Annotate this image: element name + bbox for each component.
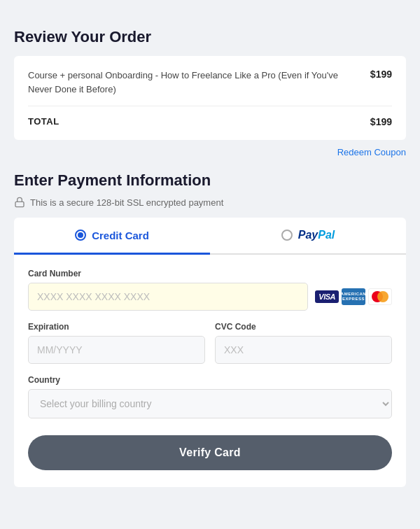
order-item-name: Course + personal Onboarding - How to Fr…: [28, 69, 370, 96]
paypal-radio: [281, 230, 293, 241]
card-number-label: Card Number: [28, 269, 392, 278]
order-total-row: TOTAL $199: [28, 116, 392, 127]
secure-row: This is a secure 128-bit SSL encrypted p…: [14, 197, 406, 208]
order-box: Course + personal Onboarding - How to Fr…: [14, 56, 406, 140]
order-section-title: Review Your Order: [14, 28, 406, 46]
order-item-row: Course + personal Onboarding - How to Fr…: [28, 69, 392, 96]
order-total-label: TOTAL: [28, 116, 59, 127]
country-label: Country: [28, 375, 392, 385]
credit-card-tab-label: Credit Card: [92, 230, 149, 241]
cvc-group: CVC Code: [215, 322, 392, 364]
order-item-price: $199: [370, 69, 392, 80]
cvc-label: CVC Code: [215, 322, 392, 332]
order-total-price: $199: [370, 116, 392, 127]
card-number-row: VISA AMERICAN EXPRESS: [28, 283, 392, 311]
lock-icon: [14, 197, 25, 208]
country-group: Country Select your billing country Unit…: [28, 375, 392, 418]
order-divider: [28, 106, 392, 106]
exp-cvc-row: Expiration CVC Code: [28, 322, 392, 375]
card-icons: VISA AMERICAN EXPRESS: [315, 288, 392, 305]
cvc-input[interactable]: [215, 336, 392, 364]
credit-card-form: Card Number VISA AMERICAN EXPRESS: [14, 255, 406, 487]
redeem-row: Redeem Coupon: [14, 147, 406, 157]
card-number-input[interactable]: [28, 283, 308, 311]
page-container: Review Your Order Course + personal Onbo…: [0, 14, 420, 501]
visa-icon: VISA: [315, 290, 339, 303]
paypal-tab-label: PayPal: [298, 229, 335, 241]
tab-paypal[interactable]: PayPal: [210, 218, 406, 255]
tabs-row: Credit Card PayPal: [14, 218, 406, 255]
country-select[interactable]: Select your billing country United State…: [28, 389, 392, 418]
expiration-label: Expiration: [28, 322, 205, 332]
payment-section-title: Enter Payment Information: [14, 171, 406, 190]
tab-credit-card[interactable]: Credit Card: [14, 218, 210, 255]
mastercard-icon: [368, 288, 392, 305]
credit-card-radio: [75, 230, 86, 241]
card-number-group: Card Number VISA AMERICAN EXPRESS: [28, 269, 392, 311]
payment-panel: Credit Card PayPal Card Number VISA: [14, 218, 406, 487]
expiration-input[interactable]: [28, 336, 205, 364]
expiration-group: Expiration: [28, 322, 205, 364]
svg-rect-0: [15, 202, 24, 206]
secure-text: This is a secure 128-bit SSL encrypted p…: [30, 197, 223, 208]
redeem-coupon-link[interactable]: Redeem Coupon: [337, 147, 406, 157]
amex-icon: AMERICAN EXPRESS: [342, 288, 365, 305]
verify-card-button[interactable]: Verify Card: [28, 435, 392, 470]
